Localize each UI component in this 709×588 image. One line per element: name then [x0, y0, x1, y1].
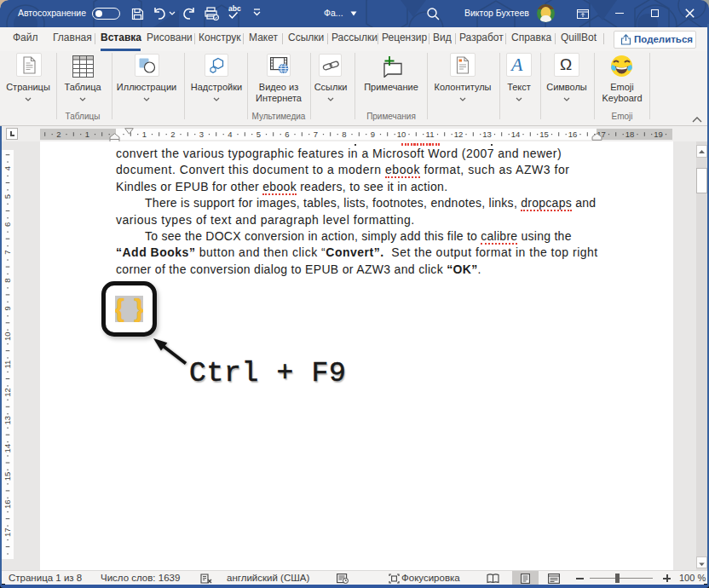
svg-text:15: 15: [539, 130, 549, 139]
svg-text:2: 2: [170, 130, 175, 139]
svg-text:14: 14: [3, 444, 12, 453]
svg-text:7: 7: [314, 130, 318, 139]
svg-text:16: 16: [568, 130, 578, 139]
svg-text:6: 6: [3, 222, 12, 227]
svg-text:14: 14: [511, 130, 521, 139]
svg-text:15: 15: [3, 472, 12, 481]
svg-text:10: 10: [397, 130, 406, 139]
svg-text:1: 1: [85, 130, 89, 139]
svg-text:16: 16: [3, 500, 12, 510]
svg-text:8: 8: [342, 130, 346, 139]
svg-text:13: 13: [3, 416, 12, 425]
svg-text:13: 13: [482, 130, 492, 139]
svg-text:18: 18: [625, 130, 635, 139]
svg-text:11: 11: [3, 360, 12, 369]
svg-text:12: 12: [3, 388, 12, 397]
svg-text:9: 9: [3, 306, 12, 310]
svg-text:1: 1: [142, 130, 147, 139]
svg-text:17: 17: [3, 527, 12, 537]
svg-text:6: 6: [285, 130, 289, 139]
svg-text:12: 12: [454, 130, 464, 139]
svg-text:4: 4: [228, 130, 232, 139]
svg-text:10: 10: [3, 331, 12, 341]
svg-text:9: 9: [371, 130, 375, 139]
svg-text:5: 5: [257, 130, 261, 139]
svg-text:5: 5: [3, 194, 12, 199]
svg-text:3: 3: [199, 130, 204, 139]
svg-text:2: 2: [56, 130, 61, 139]
svg-text:4: 4: [3, 166, 12, 170]
svg-text:8: 8: [3, 278, 12, 282]
svg-text:7: 7: [3, 251, 12, 255]
svg-text:19: 19: [654, 130, 663, 139]
svg-text:11: 11: [426, 130, 435, 139]
